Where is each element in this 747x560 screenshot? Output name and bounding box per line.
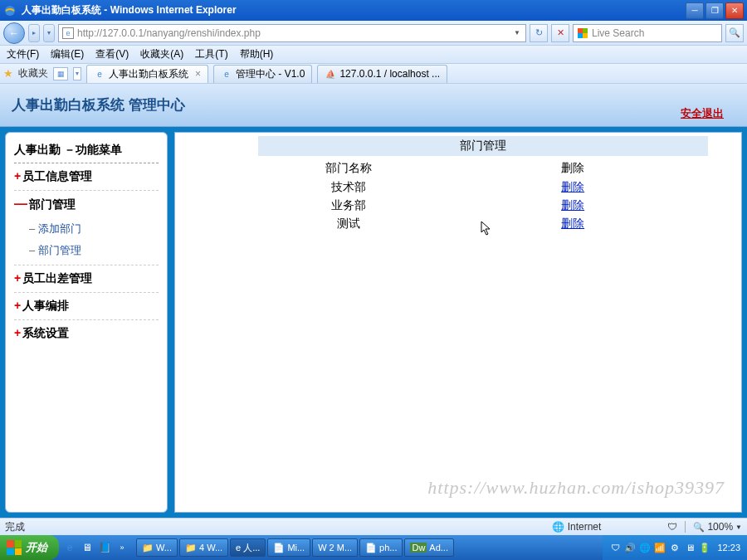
sidebar-item-employee-info[interactable]: +员工信息管理 <box>14 163 159 191</box>
sidebar-item-label: 员工信息管理 <box>22 169 92 183</box>
dept-name: 业务部 <box>260 197 437 214</box>
ie-icon: e <box>236 543 241 553</box>
table-row: 技术部 删除 <box>260 179 706 196</box>
search-placeholder: Live Search <box>592 27 644 39</box>
app-icon: 📁 <box>185 543 197 553</box>
maximize-button[interactable]: ❐ <box>706 2 724 19</box>
address-dropdown-icon[interactable]: ▼ <box>512 29 522 37</box>
ie-icon: e <box>221 68 232 80</box>
logout-link[interactable]: 安全退出 <box>681 106 724 121</box>
zoom-value: 100% <box>707 521 733 533</box>
ql-desktop-icon[interactable]: 🖥 <box>80 540 95 555</box>
table-row: 测试 删除 <box>260 216 706 232</box>
sidebar-sub-label[interactable]: 部门管理 <box>38 244 81 256</box>
zoom-dropdown-icon[interactable]: ▼ <box>735 523 742 531</box>
sidebar-sub-add-dept[interactable]: –添加部门 <box>14 218 159 240</box>
start-label: 开始 <box>26 540 47 555</box>
taskbar: 开始 e 🖥 📘 » 📁W... 📁4 W... e人... 📄Mi... W2… <box>0 535 747 560</box>
ql-app-icon[interactable]: 📘 <box>97 540 112 555</box>
task-item[interactable]: 📄Mi... <box>267 538 310 557</box>
sidebar-item-label: 部门管理 <box>29 197 76 211</box>
tray-icon[interactable]: 🔋 <box>699 542 710 553</box>
close-button[interactable]: ✕ <box>725 2 744 19</box>
sidebar-item-travel[interactable]: +员工出差管理 <box>14 265 159 293</box>
tray-icon[interactable]: 📶 <box>654 542 666 553</box>
window-titlebar: 人事出勤白板系统 - Windows Internet Explorer ─ ❐… <box>0 0 747 21</box>
forward-button[interactable]: ▸ <box>28 24 40 42</box>
tray-icon[interactable]: ⚙ <box>669 542 681 553</box>
zoom-control[interactable]: 🛡 🔍 100% ▼ <box>667 521 742 533</box>
task-item[interactable]: W2 M... <box>312 538 358 557</box>
main-panel: 部门管理 部门名称 删除 技术部 删除 业务部 删除 测试 删除 <box>174 132 742 513</box>
tab-admin[interactable]: e 管理中心 - V1.0 <box>213 65 312 83</box>
sidebar-item-hr-schedule[interactable]: +人事编排 <box>14 293 159 320</box>
app-icon: 📄 <box>365 543 377 553</box>
task-item[interactable]: 📁W... <box>136 538 178 557</box>
nav-dropdown[interactable]: ▾ <box>43 24 55 42</box>
favorites-grid-icon[interactable]: ▦ <box>53 67 68 80</box>
delete-link[interactable]: 删除 <box>561 217 584 230</box>
clock[interactable]: 12:23 <box>717 543 740 553</box>
tray-icon[interactable]: 🌐 <box>639 542 651 553</box>
minimize-button[interactable]: ─ <box>686 2 704 19</box>
app-body: 人事出勤 －功能菜单 +员工信息管理 —部门管理 –添加部门 –部门管理 +员工… <box>0 127 747 518</box>
sidebar-item-system[interactable]: +系统设置 <box>14 320 159 347</box>
dw-icon: Dw <box>410 543 427 553</box>
search-box[interactable]: Live Search <box>573 24 722 42</box>
favorites-label[interactable]: 收藏夹 <box>18 66 48 80</box>
tab-renshi[interactable]: e 人事出勤白板系统 × <box>86 65 208 83</box>
sidebar-sub-label[interactable]: 添加部门 <box>38 222 81 235</box>
tab-label: 管理中心 - V1.0 <box>236 67 305 81</box>
sidebar-title: 人事出勤 －功能菜单 <box>14 138 159 163</box>
dept-name: 技术部 <box>260 179 437 196</box>
task-item[interactable]: 📁4 W... <box>179 538 228 557</box>
menu-file[interactable]: 文件(F) <box>7 47 39 61</box>
sidebar-sub-manage-dept[interactable]: –部门管理 <box>14 240 159 265</box>
svg-rect-4 <box>583 33 588 38</box>
nav-toolbar: ← ▸ ▾ e http://127.0.0.1/nanyang/renshi/… <box>0 21 747 46</box>
task-item[interactable]: 📄ph... <box>359 538 403 557</box>
sidebar-item-dept[interactable]: —部门管理 <box>14 191 159 218</box>
dept-name: 测试 <box>260 216 437 232</box>
task-label: Mi... <box>287 543 305 553</box>
stop-button[interactable]: ✕ <box>551 24 569 42</box>
menu-view[interactable]: 查看(V) <box>95 47 129 61</box>
tray-icon[interactable]: 🛡 <box>609 542 621 553</box>
app-icon: 📁 <box>142 543 154 553</box>
tray-icon[interactable]: 🖥 <box>684 542 696 553</box>
menu-tools[interactable]: 工具(T) <box>195 47 227 61</box>
section-title: 部门管理 <box>258 136 708 156</box>
favorites-star-icon[interactable]: ★ <box>3 67 13 80</box>
menu-favorites[interactable]: 收藏夹(A) <box>140 47 183 61</box>
sidebar-item-label: 系统设置 <box>22 326 69 339</box>
back-button[interactable]: ← <box>3 22 25 44</box>
status-text: 完成 <box>5 520 552 534</box>
task-item[interactable]: e人... <box>230 538 266 557</box>
globe-icon: 🌐 <box>552 521 564 533</box>
pma-icon: ⛵ <box>325 68 336 80</box>
sidebar-item-label: 员工出差管理 <box>22 271 92 285</box>
task-item[interactable]: DwAd... <box>404 538 454 557</box>
tab-label: 127.0.0.1 / localhost ... <box>339 68 440 80</box>
tab-phpmyadmin[interactable]: ⛵ 127.0.0.1 / localhost ... <box>317 65 447 83</box>
tray-icon[interactable]: 🔊 <box>624 542 636 553</box>
protected-mode-icon: 🛡 <box>667 521 677 533</box>
app-header: 人事出勤白板系统 管理中心 安全退出 <box>0 84 747 127</box>
refresh-button[interactable]: ↻ <box>530 24 548 42</box>
ql-ie-icon[interactable]: e <box>62 540 77 555</box>
security-zone[interactable]: 🌐 Internet <box>552 521 602 533</box>
delete-link[interactable]: 删除 <box>561 198 584 212</box>
menu-edit[interactable]: 编辑(E) <box>51 47 84 61</box>
start-button[interactable]: 开始 <box>0 535 59 560</box>
zoom-icon: 🔍 <box>693 522 705 533</box>
task-items: 📁W... 📁4 W... e人... 📄Mi... W2 M... 📄ph..… <box>133 538 603 558</box>
address-bar[interactable]: e http://127.0.0.1/nanyang/renshi/index.… <box>58 24 526 42</box>
ql-more-icon[interactable]: » <box>115 540 129 555</box>
expand-icon: + <box>14 326 21 339</box>
delete-link[interactable]: 删除 <box>561 180 584 193</box>
favorites-dropdown-icon[interactable]: ▼ <box>73 67 81 80</box>
search-button[interactable]: 🔍 <box>725 24 744 42</box>
tab-close-icon[interactable]: × <box>195 68 201 80</box>
dash-icon: – <box>29 222 35 235</box>
menu-help[interactable]: 帮助(H) <box>240 47 274 61</box>
